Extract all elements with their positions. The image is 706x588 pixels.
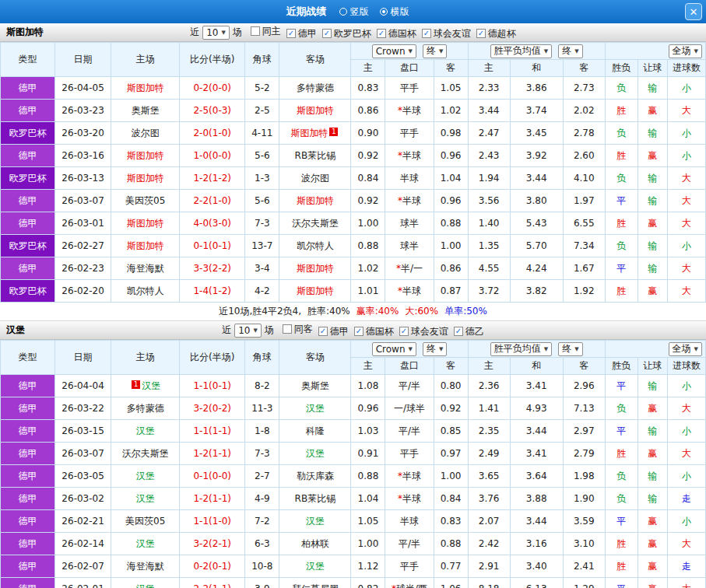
close-button[interactable]: ✕ bbox=[685, 3, 702, 20]
league-filter-checkboxes: 同主✓德甲✓欧罗巴杯✓德国杯✓球会友谊✓德超杯 bbox=[245, 25, 516, 40]
away-team-cell: 奥斯堡 bbox=[279, 375, 351, 397]
date-cell: 26-03-07 bbox=[55, 443, 111, 465]
checkbox-icon[interactable]: ✓ bbox=[286, 29, 296, 38]
avg-odds-select[interactable]: 胜平负均值 ▼ bbox=[490, 342, 552, 356]
filter-checkbox-德超杯[interactable]: ✓德超杯 bbox=[476, 27, 516, 40]
filter-checkbox-球会友谊[interactable]: ✓球会友谊 bbox=[399, 325, 448, 338]
checkbox-label: 德甲 bbox=[330, 325, 349, 338]
team-label: 汉堡 bbox=[306, 516, 325, 527]
checkbox-icon[interactable] bbox=[251, 26, 260, 36]
checkbox-icon[interactable]: ✓ bbox=[422, 29, 431, 38]
home-team-cell: 汉堡 bbox=[111, 578, 180, 588]
checkbox-icon[interactable]: ✓ bbox=[377, 29, 386, 38]
result-cell: 负 bbox=[605, 167, 638, 190]
checkbox-icon[interactable] bbox=[283, 324, 292, 334]
away-odds-cell: 1.04 bbox=[434, 167, 468, 190]
filter-checkbox-德甲[interactable]: ✓德甲 bbox=[318, 325, 349, 338]
checkbox-icon[interactable]: ✓ bbox=[322, 29, 332, 38]
subcol-away-odds: 客 bbox=[434, 60, 468, 77]
close-icon: ✕ bbox=[690, 6, 698, 18]
chevron-down-icon: ▼ bbox=[253, 327, 257, 334]
team-label: 汉堡 bbox=[136, 425, 155, 436]
bookmaker-select[interactable]: Crown ▼ bbox=[372, 342, 416, 356]
checkbox-icon[interactable]: ✓ bbox=[454, 327, 463, 336]
final-odds-select[interactable]: 终 ▼ bbox=[423, 44, 447, 58]
radio-icon[interactable] bbox=[339, 8, 347, 16]
final-avg-select[interactable]: 终 ▼ bbox=[558, 44, 582, 58]
checkbox-icon[interactable]: ✓ bbox=[354, 327, 364, 336]
checkbox-label: 同主 bbox=[262, 25, 281, 38]
home-odds-cell: 0.86 bbox=[351, 100, 385, 122]
radio-selected-icon[interactable] bbox=[380, 8, 388, 16]
filter-checkbox-球会友谊[interactable]: ✓球会友谊 bbox=[422, 27, 471, 40]
avg-away-cell: 2.02 bbox=[563, 100, 605, 122]
subcol-avg-home: 主 bbox=[468, 358, 510, 375]
corners-cell: 3-9 bbox=[245, 578, 279, 588]
away-team-cell: 沃尔夫斯堡 bbox=[279, 212, 351, 235]
score-cell: 3-2(2-1) bbox=[180, 533, 245, 555]
handicap-result-cell: 赢 bbox=[638, 145, 667, 167]
team-label: 斯图加特 bbox=[297, 105, 334, 116]
subcol-home-odds: 主 bbox=[351, 358, 385, 375]
goals-result-cell: 小 bbox=[667, 77, 705, 100]
final-avg-select[interactable]: 终 ▼ bbox=[558, 342, 582, 356]
games-count-select[interactable]: 10 ▼ bbox=[202, 26, 230, 40]
away-odds-cell: 1.06 bbox=[434, 578, 468, 588]
filter-checkbox-德乙[interactable]: ✓德乙 bbox=[454, 325, 484, 338]
bookmaker-select[interactable]: Crown ▼ bbox=[372, 44, 416, 58]
date-cell: 26-03-23 bbox=[55, 100, 111, 122]
date-cell: 26-03-20 bbox=[55, 122, 111, 145]
filter-checkbox-德国杯[interactable]: ✓德国杯 bbox=[377, 27, 416, 40]
team-label: 汉堡 bbox=[306, 448, 325, 459]
handicap-result-cell: 赢 bbox=[638, 212, 667, 235]
handicap-result-cell: 赢 bbox=[638, 555, 667, 578]
radio-horizontal-layout[interactable]: 横版 bbox=[380, 5, 409, 19]
avg-away-cell: 3.10 bbox=[563, 533, 605, 555]
match-row: 德甲26-02-14汉堡3-2(2-1)6-3柏林联1.00平/半0.882.4… bbox=[1, 533, 706, 555]
team-label: 波尔图 bbox=[301, 173, 329, 184]
subcol-handicap-result: 让球 bbox=[638, 358, 667, 375]
checkbox-icon[interactable]: ✓ bbox=[318, 327, 328, 336]
team-label: 多特蒙德 bbox=[127, 403, 164, 414]
scope-select[interactable]: 全场 ▼ bbox=[669, 342, 702, 356]
away-odds-cell: 0.80 bbox=[434, 375, 468, 397]
home-team-cell: 斯图加特 bbox=[111, 77, 180, 100]
filter-checkbox-同客[interactable]: 同客 bbox=[283, 323, 313, 336]
final-odds-select[interactable]: 终 ▼ bbox=[423, 342, 447, 356]
avg-home-cell: 2.42 bbox=[468, 533, 510, 555]
team-label: 美因茨05 bbox=[125, 516, 165, 527]
home-team-cell: 1汉堡 bbox=[111, 375, 180, 397]
handicap-result-cell: 赢 bbox=[638, 533, 667, 555]
handicap-cell: *半/一 bbox=[385, 257, 434, 280]
filter-checkbox-同主[interactable]: 同主 bbox=[251, 25, 281, 38]
score-cell: 1-1(0-1) bbox=[180, 375, 245, 397]
league-cell: 德甲 bbox=[1, 488, 55, 510]
away-team-cell: 汉堡 bbox=[279, 510, 351, 533]
filter-checkbox-德甲[interactable]: ✓德甲 bbox=[286, 27, 317, 40]
corners-cell: 1-3 bbox=[245, 167, 279, 190]
col-score-header: 比分(半场) bbox=[180, 43, 245, 77]
goals-result-cell: 大 bbox=[667, 280, 705, 303]
radio-vertical-layout[interactable]: 竖版 bbox=[339, 5, 369, 19]
away-odds-cell: 0.87 bbox=[434, 280, 468, 303]
league-cell: 德甲 bbox=[1, 578, 55, 588]
home-team-cell: 汉堡 bbox=[111, 420, 180, 443]
checkbox-icon[interactable]: ✓ bbox=[476, 29, 486, 38]
avg-odds-select[interactable]: 胜平负均值 ▼ bbox=[490, 44, 552, 58]
subcol-avg-away: 客 bbox=[563, 358, 605, 375]
league-cell: 德甲 bbox=[1, 420, 55, 443]
filter-checkbox-德国杯[interactable]: ✓德国杯 bbox=[354, 325, 394, 338]
scope-select[interactable]: 全场 ▼ bbox=[669, 44, 702, 58]
result-cell: 平 bbox=[605, 375, 638, 397]
handicap-cell: *半球 bbox=[385, 280, 434, 303]
avg-away-cell: 1.90 bbox=[563, 488, 605, 510]
avg-draw-cell: 3.64 bbox=[510, 465, 563, 488]
checkbox-icon[interactable]: ✓ bbox=[399, 327, 409, 336]
avg-away-cell: 7.34 bbox=[563, 235, 605, 257]
goals-result-cell: 大 bbox=[667, 443, 705, 465]
matches-table-stuttgart: 类型 日期 主场 比分(半场) 角球 客场 Crown ▼ 终 ▼ bbox=[0, 42, 706, 303]
goals-result-cell: 小 bbox=[667, 420, 705, 443]
titlebar: 近期战绩 竖版 横版 ✕ bbox=[0, 0, 706, 23]
games-count-select[interactable]: 10 ▼ bbox=[234, 324, 262, 338]
filter-checkbox-欧罗巴杯[interactable]: ✓欧罗巴杯 bbox=[322, 27, 371, 40]
